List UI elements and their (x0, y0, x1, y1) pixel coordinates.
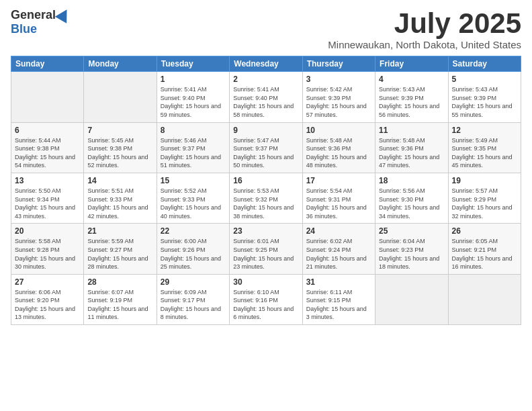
day-info: Sunrise: 6:04 AM Sunset: 9:23 PM Dayligh… (379, 237, 444, 271)
day-number: 12 (452, 126, 517, 135)
day-info: Sunrise: 6:10 AM Sunset: 9:16 PM Dayligh… (233, 288, 298, 322)
day-info: Sunrise: 5:56 AM Sunset: 9:30 PM Dayligh… (379, 187, 444, 220)
day-info: Sunrise: 6:11 AM Sunset: 9:15 PM Dayligh… (306, 288, 371, 322)
day-info: Sunrise: 6:01 AM Sunset: 9:25 PM Dayligh… (233, 237, 298, 271)
col-header-sunday: Sunday (11, 56, 84, 72)
calendar-header-row: Sunday Monday Tuesday Wednesday Thursday… (11, 56, 521, 72)
table-row: 21Sunrise: 5:59 AM Sunset: 9:27 PM Dayli… (84, 224, 157, 274)
day-number: 14 (87, 176, 152, 185)
day-info: Sunrise: 5:53 AM Sunset: 9:32 PM Dayligh… (233, 187, 298, 220)
table-row: 16Sunrise: 5:53 AM Sunset: 9:32 PM Dayli… (230, 173, 302, 223)
day-info: Sunrise: 5:57 AM Sunset: 9:29 PM Dayligh… (452, 187, 517, 220)
day-number: 23 (233, 226, 298, 236)
day-number: 29 (161, 277, 226, 287)
day-info: Sunrise: 5:59 AM Sunset: 9:27 PM Dayligh… (87, 237, 152, 271)
day-info: Sunrise: 5:51 AM Sunset: 9:33 PM Dayligh… (87, 187, 152, 220)
day-info: Sunrise: 6:05 AM Sunset: 9:21 PM Dayligh… (452, 237, 517, 271)
day-number: 18 (379, 176, 444, 185)
day-info: Sunrise: 6:06 AM Sunset: 9:20 PM Dayligh… (15, 288, 80, 322)
table-row: 27Sunrise: 6:06 AM Sunset: 9:20 PM Dayli… (11, 274, 84, 324)
table-row: 25Sunrise: 6:04 AM Sunset: 9:23 PM Dayli… (375, 224, 448, 274)
day-number: 6 (15, 126, 80, 135)
day-number: 2 (233, 75, 298, 84)
day-info: Sunrise: 5:41 AM Sunset: 9:40 PM Dayligh… (233, 85, 298, 119)
day-info: Sunrise: 5:43 AM Sunset: 9:39 PM Dayligh… (379, 85, 444, 119)
day-info: Sunrise: 5:43 AM Sunset: 9:39 PM Dayligh… (452, 85, 517, 119)
logo-general-text: General (11, 8, 56, 22)
day-info: Sunrise: 5:46 AM Sunset: 9:37 PM Dayligh… (161, 136, 226, 170)
table-row: 13Sunrise: 5:50 AM Sunset: 9:34 PM Dayli… (11, 173, 84, 223)
table-row (448, 274, 521, 324)
day-number: 30 (233, 277, 298, 287)
day-info: Sunrise: 5:52 AM Sunset: 9:33 PM Dayligh… (161, 187, 226, 220)
table-row: 31Sunrise: 6:11 AM Sunset: 9:15 PM Dayli… (302, 274, 375, 324)
day-info: Sunrise: 6:00 AM Sunset: 9:26 PM Dayligh… (161, 237, 226, 271)
table-row: 11Sunrise: 5:48 AM Sunset: 9:36 PM Dayli… (375, 122, 448, 173)
table-row: 8Sunrise: 5:46 AM Sunset: 9:37 PM Daylig… (157, 122, 229, 173)
calendar-week-row: 20Sunrise: 5:58 AM Sunset: 9:28 PM Dayli… (11, 224, 521, 274)
day-number: 20 (15, 226, 80, 236)
day-info: Sunrise: 5:47 AM Sunset: 9:37 PM Dayligh… (233, 136, 298, 170)
table-row (375, 274, 448, 324)
day-number: 11 (379, 126, 444, 135)
header: General Blue July 2025 Minnewaukan, Nort… (11, 8, 521, 50)
table-row: 19Sunrise: 5:57 AM Sunset: 9:29 PM Dayli… (448, 173, 521, 223)
day-info: Sunrise: 6:09 AM Sunset: 9:17 PM Dayligh… (161, 288, 226, 322)
table-row: 12Sunrise: 5:49 AM Sunset: 9:35 PM Dayli… (448, 122, 521, 173)
day-info: Sunrise: 5:48 AM Sunset: 9:36 PM Dayligh… (306, 136, 371, 170)
location-title: Minnewaukan, North Dakota, United States (328, 39, 521, 50)
table-row: 7Sunrise: 5:45 AM Sunset: 9:38 PM Daylig… (84, 122, 157, 173)
col-header-tuesday: Tuesday (157, 56, 229, 72)
day-number: 1 (161, 75, 226, 84)
table-row (84, 72, 157, 122)
day-number: 21 (87, 226, 152, 236)
day-info: Sunrise: 5:58 AM Sunset: 9:28 PM Dayligh… (15, 237, 80, 271)
day-number: 24 (306, 226, 371, 236)
day-info: Sunrise: 6:02 AM Sunset: 9:24 PM Dayligh… (306, 237, 371, 271)
day-number: 9 (233, 126, 298, 135)
day-number: 17 (306, 176, 371, 185)
page: General Blue July 2025 Minnewaukan, Nort… (0, 0, 532, 411)
table-row: 26Sunrise: 6:05 AM Sunset: 9:21 PM Dayli… (448, 224, 521, 274)
day-number: 5 (452, 75, 517, 84)
table-row: 22Sunrise: 6:00 AM Sunset: 9:26 PM Dayli… (157, 224, 229, 274)
day-number: 3 (306, 75, 371, 84)
logo: General Blue (11, 8, 71, 36)
day-info: Sunrise: 5:50 AM Sunset: 9:34 PM Dayligh… (15, 187, 80, 220)
table-row: 20Sunrise: 5:58 AM Sunset: 9:28 PM Dayli… (11, 224, 84, 274)
day-info: Sunrise: 5:54 AM Sunset: 9:31 PM Dayligh… (306, 187, 371, 220)
day-number: 19 (452, 176, 517, 185)
day-info: Sunrise: 6:07 AM Sunset: 9:19 PM Dayligh… (87, 288, 152, 322)
table-row: 10Sunrise: 5:48 AM Sunset: 9:36 PM Dayli… (302, 122, 375, 173)
table-row (11, 72, 84, 122)
table-row: 15Sunrise: 5:52 AM Sunset: 9:33 PM Dayli… (157, 173, 229, 223)
table-row: 14Sunrise: 5:51 AM Sunset: 9:33 PM Dayli… (84, 173, 157, 223)
col-header-monday: Monday (84, 56, 157, 72)
day-info: Sunrise: 5:45 AM Sunset: 9:38 PM Dayligh… (87, 136, 152, 170)
table-row: 23Sunrise: 6:01 AM Sunset: 9:25 PM Dayli… (230, 224, 302, 274)
table-row: 9Sunrise: 5:47 AM Sunset: 9:37 PM Daylig… (230, 122, 302, 173)
day-number: 10 (306, 126, 371, 135)
table-row: 2Sunrise: 5:41 AM Sunset: 9:40 PM Daylig… (230, 72, 302, 122)
day-number: 28 (87, 277, 152, 287)
col-header-wednesday: Wednesday (230, 56, 302, 72)
table-row: 17Sunrise: 5:54 AM Sunset: 9:31 PM Dayli… (302, 173, 375, 223)
day-number: 27 (15, 277, 80, 287)
table-row: 6Sunrise: 5:44 AM Sunset: 9:38 PM Daylig… (11, 122, 84, 173)
day-number: 16 (233, 176, 298, 185)
calendar-table: Sunday Monday Tuesday Wednesday Thursday… (11, 56, 521, 325)
day-info: Sunrise: 5:48 AM Sunset: 9:36 PM Dayligh… (379, 136, 444, 170)
table-row: 5Sunrise: 5:43 AM Sunset: 9:39 PM Daylig… (448, 72, 521, 122)
table-row: 28Sunrise: 6:07 AM Sunset: 9:19 PM Dayli… (84, 274, 157, 324)
day-number: 7 (87, 126, 152, 135)
day-number: 22 (161, 226, 226, 236)
month-title: July 2025 (328, 8, 521, 39)
day-info: Sunrise: 5:41 AM Sunset: 9:40 PM Dayligh… (161, 85, 226, 119)
day-info: Sunrise: 5:44 AM Sunset: 9:38 PM Dayligh… (15, 136, 80, 170)
calendar-week-row: 13Sunrise: 5:50 AM Sunset: 9:34 PM Dayli… (11, 173, 521, 223)
calendar-week-row: 6Sunrise: 5:44 AM Sunset: 9:38 PM Daylig… (11, 122, 521, 173)
calendar-week-row: 1Sunrise: 5:41 AM Sunset: 9:40 PM Daylig… (11, 72, 521, 122)
day-number: 26 (452, 226, 517, 236)
logo-triangle-icon (55, 6, 73, 24)
table-row: 29Sunrise: 6:09 AM Sunset: 9:17 PM Dayli… (157, 274, 229, 324)
